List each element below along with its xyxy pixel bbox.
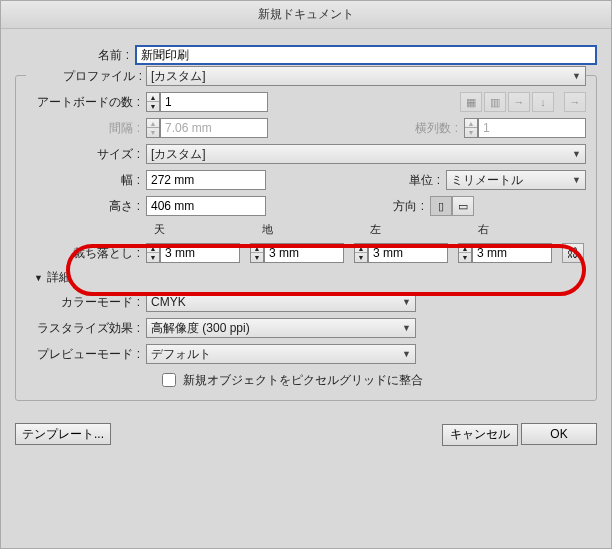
bleed-top-input[interactable] xyxy=(160,243,240,263)
orient-label: 方向 : xyxy=(393,198,430,215)
width-input[interactable] xyxy=(146,170,266,190)
bleed-bottom-stepper[interactable]: ▲▼ xyxy=(250,243,264,263)
columns-label: 横列数 : xyxy=(415,120,464,137)
chevron-down-icon: ▼ xyxy=(402,349,411,359)
bleed-bottom-input[interactable] xyxy=(264,243,344,263)
dialog-title: 新規ドキュメント xyxy=(1,1,611,29)
height-label: 高さ : xyxy=(26,198,146,215)
name-input[interactable] xyxy=(135,45,597,65)
width-label: 幅 : xyxy=(26,172,146,189)
chevron-down-icon: ▼ xyxy=(572,71,581,81)
bleed-right-stepper[interactable]: ▲▼ xyxy=(458,243,472,263)
size-label: サイズ : xyxy=(26,146,146,163)
profile-select[interactable]: [カスタム]▼ xyxy=(146,66,586,86)
pixelgrid-checkbox[interactable] xyxy=(162,373,176,387)
portrait-icon[interactable]: ▯ xyxy=(430,196,452,216)
chevron-down-icon: ▼ xyxy=(402,323,411,333)
size-select[interactable]: [カスタム]▼ xyxy=(146,144,586,164)
arrow-right2-icon: → xyxy=(564,92,586,112)
bleed-left-header: 左 xyxy=(370,222,478,237)
bleed-label: 裁ち落とし : xyxy=(26,245,146,262)
artboards-label: アートボードの数 : xyxy=(26,94,146,111)
colormode-label: カラーモード : xyxy=(26,294,146,311)
pixelgrid-label: 新規オブジェクトをピクセルグリッドに整合 xyxy=(183,372,423,389)
profile-label: プロファイル : xyxy=(26,68,146,85)
name-label: 名前 : xyxy=(15,47,135,64)
bleed-left-stepper[interactable]: ▲▼ xyxy=(354,243,368,263)
artboards-stepper[interactable]: ▲▼ xyxy=(146,92,160,112)
spacing-input xyxy=(160,118,268,138)
height-input[interactable] xyxy=(146,196,266,216)
raster-select[interactable]: 高解像度 (300 ppi)▼ xyxy=(146,318,416,338)
ok-button[interactable]: OK xyxy=(521,423,597,445)
chevron-down-icon: ▼ xyxy=(572,149,581,159)
columns-stepper: ▲▼ xyxy=(464,118,478,138)
units-select[interactable]: ミリメートル▼ xyxy=(446,170,586,190)
chevron-down-icon: ▼ xyxy=(402,297,411,307)
cancel-button[interactable]: キャンセル xyxy=(442,424,518,446)
template-button[interactable]: テンプレート... xyxy=(15,423,111,445)
bleed-right-header: 右 xyxy=(478,222,586,237)
bleed-left-input[interactable] xyxy=(368,243,448,263)
raster-label: ラスタライズ効果 : xyxy=(26,320,146,337)
bleed-top-header: 天 xyxy=(154,222,262,237)
dialog-window: 新規ドキュメント 名前 : プロファイル : [カスタム]▼ アートボードの数 … xyxy=(0,0,612,549)
units-label: 単位 : xyxy=(409,172,446,189)
landscape-icon[interactable]: ▭ xyxy=(452,196,474,216)
preview-select[interactable]: デフォルト▼ xyxy=(146,344,416,364)
artboards-input[interactable] xyxy=(160,92,268,112)
arrow-down-icon: ↓ xyxy=(532,92,554,112)
bleed-bottom-header: 地 xyxy=(262,222,370,237)
grid-row-icon: ▦ xyxy=(460,92,482,112)
chevron-down-icon: ▼ xyxy=(572,175,581,185)
grid-col-icon: ▥ xyxy=(484,92,506,112)
preview-label: プレビューモード : xyxy=(26,346,146,363)
bleed-right-input[interactable] xyxy=(472,243,552,263)
spacing-stepper: ▲▼ xyxy=(146,118,160,138)
spacing-label: 間隔 : xyxy=(26,120,146,137)
bleed-top-stepper[interactable]: ▲▼ xyxy=(146,243,160,263)
link-icon[interactable]: ⛓ xyxy=(562,243,584,263)
details-disclosure[interactable]: 詳細 xyxy=(34,269,586,286)
colormode-select[interactable]: CMYK▼ xyxy=(146,292,416,312)
arrow-right-icon: → xyxy=(508,92,530,112)
columns-input xyxy=(478,118,586,138)
